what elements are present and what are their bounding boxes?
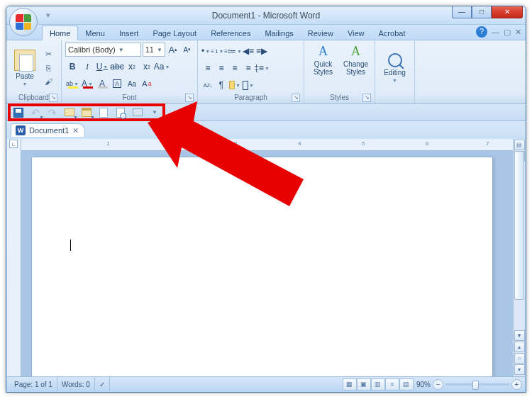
paste-button[interactable]: Paste ▼	[10, 43, 40, 93]
help-button[interactable]: ?	[476, 26, 487, 38]
grow-font-button[interactable]: A▴	[167, 43, 179, 57]
italic-button[interactable]: I	[80, 60, 94, 74]
outline-view[interactable]: ≡	[385, 378, 399, 390]
tab-page-layout[interactable]: Page Layout	[145, 26, 204, 40]
zoom-slider[interactable]	[445, 383, 509, 386]
align-center-button[interactable]: ≡	[215, 61, 228, 75]
tab-insert[interactable]: Insert	[112, 26, 146, 40]
styles-dialog-launcher[interactable]: ↘	[362, 94, 371, 102]
zoom-level[interactable]: 90%	[416, 381, 431, 388]
ruler-toggle-button[interactable]: ▤	[514, 140, 525, 150]
editing-button[interactable]: Editing ▼	[379, 43, 411, 93]
subscript-button[interactable]: x2	[125, 60, 139, 74]
print-preview-icon	[116, 108, 125, 118]
qat-save-button[interactable]	[11, 106, 26, 120]
numbering-button[interactable]: ▼	[215, 44, 228, 58]
font-color-button[interactable]: A▼	[80, 77, 94, 91]
shrink-font-button[interactable]: A▾	[181, 43, 194, 57]
bold-button[interactable]: B	[65, 60, 79, 74]
tab-home[interactable]: Home	[42, 26, 78, 40]
qat-open-button[interactable]: ▼	[62, 106, 77, 120]
bullets-button[interactable]: ▼	[201, 44, 214, 58]
window-title: Document1 - Microsoft Word	[212, 11, 321, 21]
maximize-button[interactable]: □	[472, 6, 492, 18]
format-painter-button[interactable]: 🖌	[42, 76, 55, 87]
char-border-button[interactable]: A	[110, 77, 124, 91]
next-page-button[interactable]: ▾	[514, 364, 525, 375]
page-status[interactable]: Page: 1 of 1	[10, 377, 57, 391]
clipboard-group-label: Clipboard↘	[10, 93, 57, 102]
close-button[interactable]: ✕	[492, 6, 523, 18]
change-styles-button[interactable]: A Change Styles	[340, 43, 371, 93]
vertical-ruler[interactable]: L	[7, 139, 21, 376]
superscript-button[interactable]: x2	[140, 60, 154, 74]
increase-indent-button[interactable]: ≡▶	[255, 44, 268, 58]
minimize-button[interactable]: —	[452, 6, 472, 18]
tab-selector[interactable]: L	[9, 140, 18, 148]
qat-new-button[interactable]	[96, 106, 111, 120]
restore-child-button[interactable]: ▢	[504, 28, 511, 37]
draft-view[interactable]: ▤	[399, 378, 414, 390]
sort-button[interactable]	[201, 78, 214, 92]
change-styles-icon: A	[351, 44, 360, 59]
scroll-thumb[interactable]	[514, 151, 524, 300]
prev-page-button[interactable]: ▴	[514, 342, 525, 352]
quick-styles-button[interactable]: A Quick Styles	[308, 43, 338, 93]
highlight-button[interactable]: ab▼	[65, 77, 79, 91]
web-layout-view[interactable]: ▥	[371, 378, 385, 390]
print-layout-view[interactable]: ▦	[343, 378, 357, 390]
change-styles-label: Change Styles	[342, 60, 370, 76]
tab-review[interactable]: Review	[301, 26, 340, 40]
font-name-combo[interactable]: Calibri (Body)▼	[65, 43, 141, 57]
underline-button[interactable]: U▼	[95, 60, 109, 74]
titlebar: ▾ Document1 - Microsoft Word — □ ✕	[6, 6, 526, 25]
tab-menu[interactable]: Menu	[78, 26, 112, 40]
qat-permission-button[interactable]: ▼	[79, 106, 94, 120]
qat-quick-print-button[interactable]	[130, 106, 145, 120]
minimize-ribbon-button[interactable]: —	[492, 28, 499, 36]
word-count-status[interactable]: Words: 0	[57, 377, 95, 391]
char-shading-button[interactable]: A	[95, 77, 109, 91]
tab-acrobat[interactable]: Acrobat	[372, 26, 413, 40]
align-left-button[interactable]: ≡	[201, 61, 214, 75]
qat-undo-button[interactable]: ▼	[28, 106, 43, 120]
document-tab-close[interactable]: ✕	[72, 126, 79, 135]
svg-marker-0	[148, 101, 304, 206]
align-right-button[interactable]: ≡	[228, 61, 241, 75]
phonetic-guide-button[interactable]: Aa	[125, 77, 139, 91]
document-tab[interactable]: W Document1 ✕	[11, 123, 85, 137]
tab-mailings[interactable]: Mailings	[257, 26, 300, 40]
close-child-button[interactable]: ✕	[515, 28, 521, 37]
strikethrough-button[interactable]: abc	[110, 60, 124, 74]
browse-object-button[interactable]: ○	[514, 353, 525, 364]
line-spacing-button[interactable]: ‡≡▼	[255, 61, 268, 75]
group-styles: A Quick Styles A Change Styles Styles↘	[304, 40, 375, 103]
copy-button[interactable]: ⎘	[42, 62, 55, 74]
show-hide-button[interactable]	[215, 78, 228, 92]
tab-view[interactable]: View	[340, 26, 372, 40]
change-case-button[interactable]: Aa▼	[155, 60, 169, 74]
scroll-down-button[interactable]: ▼	[514, 330, 525, 341]
decrease-indent-button[interactable]: ◀≡	[242, 44, 255, 58]
tab-references[interactable]: References	[204, 26, 257, 40]
vertical-scrollbar[interactable]: ▤ ▲ ▼ ▴ ○ ▾	[513, 139, 525, 376]
borders-button[interactable]: ▼	[242, 78, 255, 92]
qat-redo-button[interactable]	[45, 106, 60, 120]
document-tab-label: Document1	[29, 126, 69, 135]
full-screen-view[interactable]: ▣	[357, 378, 371, 390]
justify-button[interactable]: ≡	[242, 61, 255, 75]
clear-formatting-button[interactable]	[140, 77, 154, 91]
qat-dropdown-icon[interactable]: ▾	[42, 9, 55, 22]
find-icon	[388, 53, 402, 67]
font-size-combo[interactable]: 11▼	[143, 43, 165, 57]
shading-button[interactable]: ▼	[228, 78, 241, 92]
cut-button[interactable]: ✂	[42, 49, 55, 60]
multilevel-list-button[interactable]: ≔▼	[228, 44, 241, 58]
proofing-status[interactable]: ✓	[95, 377, 110, 391]
office-button[interactable]	[9, 8, 38, 36]
zoom-out-button[interactable]: −	[433, 379, 443, 390]
qat-print-preview-button[interactable]	[113, 106, 128, 120]
ruler-mark: 5	[362, 140, 365, 147]
zoom-in-button[interactable]: +	[511, 379, 522, 390]
clipboard-dialog-launcher[interactable]: ↘	[49, 94, 57, 102]
